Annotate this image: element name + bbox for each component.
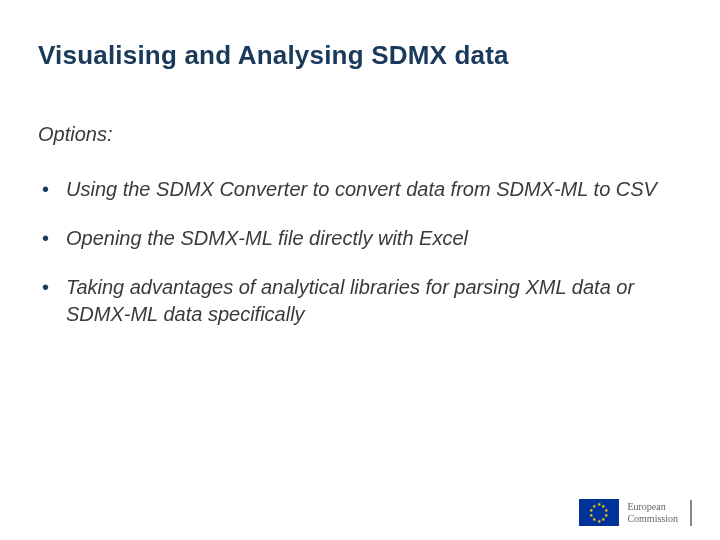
eu-flag-icon: ★ ★ ★ ★ ★ ★ ★ ★ ★ ★ bbox=[579, 499, 619, 526]
bullet-list: Using the SDMX Converter to convert data… bbox=[38, 176, 682, 328]
eu-stars-icon: ★ ★ ★ ★ ★ ★ ★ ★ ★ ★ bbox=[589, 503, 609, 523]
options-label: Options: bbox=[38, 123, 682, 146]
ec-label: European Commission bbox=[627, 501, 678, 524]
list-item: Using the SDMX Converter to convert data… bbox=[38, 176, 682, 203]
footer-logo: ★ ★ ★ ★ ★ ★ ★ ★ ★ ★ European Commission bbox=[579, 499, 692, 526]
ec-bar-icon bbox=[690, 500, 692, 526]
slide-title: Visualising and Analysing SDMX data bbox=[38, 40, 682, 71]
ec-line2: Commission bbox=[627, 513, 678, 525]
slide-content: Visualising and Analysing SDMX data Opti… bbox=[0, 0, 720, 328]
list-item: Taking advantages of analytical librarie… bbox=[38, 274, 682, 328]
ec-line1: European bbox=[627, 501, 678, 513]
list-item: Opening the SDMX-ML file directly with E… bbox=[38, 225, 682, 252]
